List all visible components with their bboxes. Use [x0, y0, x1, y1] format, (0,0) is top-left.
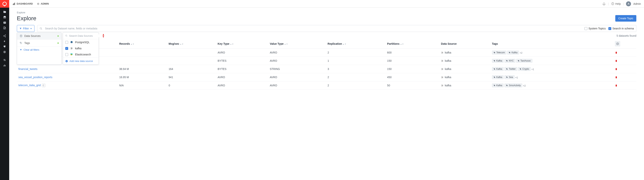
- data-source-search-input[interactable]: [69, 34, 101, 37]
- kafka-icon: [441, 51, 444, 54]
- svg-point-4: [612, 4, 613, 4]
- tag[interactable]: TaxiAssoc: [516, 59, 532, 63]
- cell-records: [118, 48, 167, 57]
- cell-delete: [613, 81, 636, 90]
- cell-datasource: kafka: [440, 48, 490, 57]
- app-logo[interactable]: [0, 0, 9, 8]
- svg-point-35: [72, 48, 72, 48]
- col-partitions[interactable]: Partitions▲▼: [386, 39, 439, 48]
- tag-icon: [20, 42, 22, 44]
- trash-icon[interactable]: [615, 59, 635, 62]
- sidebar-barchart-icon[interactable]: [0, 63, 9, 68]
- col-keytype[interactable]: Key Type▲▼: [216, 39, 268, 48]
- cell-datasource: kafka: [440, 81, 490, 90]
- svg-point-49: [442, 53, 443, 53]
- search-in-schema-checkbox[interactable]: ✓ Search in schema: [608, 27, 634, 30]
- cell-delete: [613, 65, 636, 73]
- user-label: Admin: [633, 2, 641, 5]
- tag-more[interactable]: +2: [523, 84, 526, 87]
- help-link[interactable]: Help: [611, 2, 621, 5]
- sidebar-file-icon[interactable]: [0, 25, 9, 30]
- search-input[interactable]: [45, 25, 582, 32]
- col-records[interactable]: Records▲▼: [118, 39, 167, 48]
- filter-category-data-sources[interactable]: Data Sources: [17, 32, 62, 39]
- clear-filters-label: Clear all filters: [24, 48, 39, 51]
- sidebar-bolt-icon[interactable]: [0, 39, 9, 44]
- svg-point-56: [442, 61, 442, 62]
- trash-icon[interactable]: [615, 68, 635, 70]
- avatar[interactable]: A: [626, 1, 631, 6]
- svg-point-26: [40, 27, 42, 29]
- svg-line-71: [442, 69, 442, 69]
- page-title: Explore: [17, 15, 36, 21]
- svg-point-48: [442, 52, 443, 52]
- datasets-table: Dataset Name▲▼ Records▲▼ Msg/sec▲▼ Key T…: [17, 39, 636, 90]
- tag[interactable]: Kafka: [507, 51, 519, 54]
- nav-admin[interactable]: ADMIN: [37, 2, 49, 5]
- svg-point-14: [5, 36, 6, 37]
- col-replication[interactable]: Replication▲▼: [326, 39, 386, 48]
- system-topics-checkbox[interactable]: System Topics: [584, 27, 606, 30]
- add-data-source[interactable]: Add new data source: [63, 57, 98, 64]
- chart-bar-icon: [13, 2, 15, 5]
- dataset-link[interactable]: telecom_italia_grid: [18, 84, 41, 87]
- tag[interactable]: Kafka: [492, 59, 504, 63]
- tag[interactable]: Telecom: [492, 51, 506, 54]
- tag-more[interactable]: +2: [520, 52, 522, 54]
- cell-msgsec: 0: [167, 81, 216, 90]
- chevron-down-icon: ▼: [30, 27, 32, 30]
- kafka-icon: [441, 59, 444, 62]
- sidebar-target-icon[interactable]: [0, 49, 9, 55]
- sidebar-folder-icon[interactable]: [0, 9, 9, 14]
- sidebar-puzzle-icon[interactable]: [0, 44, 9, 49]
- cell-records: 16.95 M: [118, 73, 167, 81]
- filter-option-elasticsearch[interactable]: Elasticsearch: [63, 51, 98, 57]
- svg-rect-8: [5, 22, 6, 22]
- tag-more[interactable]: +1: [515, 76, 518, 79]
- table-row: nyc_yellow_taxi_trip_data BYTES AVRO 1 1…: [17, 57, 636, 65]
- tag[interactable]: Kafka: [492, 75, 504, 79]
- filter-option-postgresql[interactable]: PostgreSQL: [63, 39, 98, 45]
- sidebar-sliders-icon[interactable]: [0, 57, 9, 63]
- trash-icon[interactable]: [615, 84, 635, 87]
- help-circle-icon: [611, 2, 614, 5]
- col-msgsec[interactable]: Msg/sec▲▼: [167, 39, 216, 48]
- col-valuetype[interactable]: Value Type▲▼: [268, 39, 326, 48]
- tag[interactable]: Kafka: [492, 83, 504, 87]
- sidebar-database-icon[interactable]: [0, 14, 9, 20]
- svg-point-67: [442, 69, 443, 70]
- trash-icon[interactable]: [615, 51, 635, 54]
- tag[interactable]: Crypto: [518, 67, 531, 71]
- sidebar-id-icon[interactable]: [0, 20, 9, 25]
- tag[interactable]: SmsActivity: [504, 83, 522, 87]
- svg-point-76: [442, 77, 443, 78]
- col-settings[interactable]: [613, 39, 636, 48]
- svg-point-82: [442, 85, 442, 86]
- tag[interactable]: NYC: [504, 59, 515, 63]
- clear-all-filters[interactable]: Clear all filters: [17, 47, 62, 53]
- svg-point-34: [71, 49, 72, 49]
- bell-icon[interactable]: [602, 2, 606, 5]
- nav-dashboard[interactable]: DASHBOARD: [13, 2, 33, 5]
- create-topic-button[interactable]: Create Topic: [615, 15, 636, 21]
- cell-msgsec: [167, 48, 216, 57]
- tag[interactable]: Twitter: [504, 67, 517, 71]
- kafka-icon: [441, 84, 444, 87]
- filter-dropdown: Data Sources Tags Clear all filters: [17, 32, 99, 65]
- filter-option-kafka[interactable]: ✓ kafka: [63, 45, 98, 51]
- trash-icon[interactable]: [615, 76, 635, 79]
- tag-more[interactable]: +1: [532, 68, 534, 71]
- svg-point-22: [5, 60, 5, 61]
- filter-button[interactable]: Filter ▼: [17, 25, 34, 32]
- filter-category-tags[interactable]: Tags: [17, 39, 62, 47]
- svg-line-70: [442, 69, 442, 69]
- cell-delete: [613, 73, 636, 81]
- svg-point-84: [442, 85, 443, 85]
- sidebar-share-icon[interactable]: [0, 33, 9, 39]
- dataset-link[interactable]: sea_vessel_position_reports: [18, 76, 52, 79]
- dataset-link[interactable]: financial_tweets: [18, 67, 38, 70]
- tag[interactable]: Kafka: [492, 67, 504, 71]
- tag[interactable]: Sea: [504, 75, 514, 79]
- cell-records: [118, 57, 167, 65]
- cell-datasource: kafka: [440, 73, 490, 81]
